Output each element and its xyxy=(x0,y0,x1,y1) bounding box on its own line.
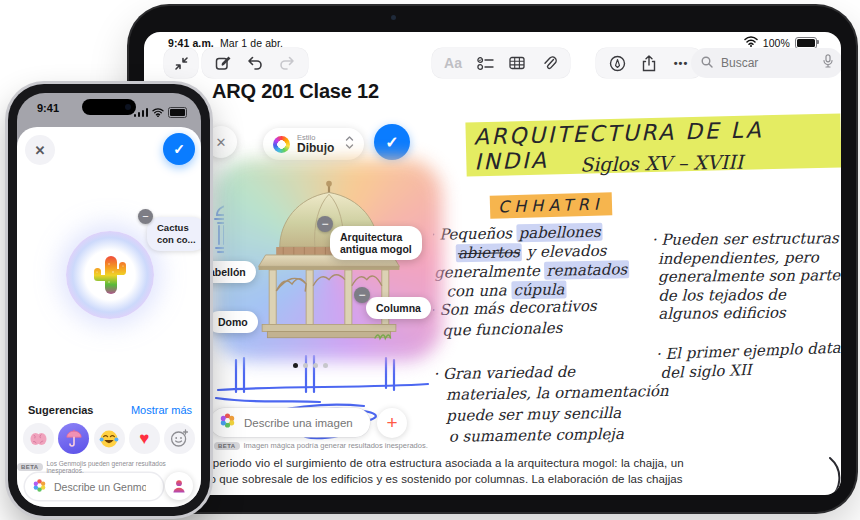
hand-text: · Pequeños xyxy=(429,224,516,244)
remove-tag-button[interactable]: − xyxy=(354,287,370,303)
person-icon xyxy=(172,479,186,493)
highlighted-word: rematados xyxy=(544,260,629,279)
ipad-beta-disclaimer: BETA Imagen mágica podría generar result… xyxy=(214,441,428,450)
beta-text: Los Genmojis pueden generar resultados i… xyxy=(47,460,202,474)
image-prompt-field[interactable] xyxy=(210,408,370,437)
pager-dot[interactable] xyxy=(313,363,318,368)
genmoji-tag[interactable]: Cactus con co... xyxy=(147,217,201,251)
close-icon: ✕ xyxy=(35,143,46,158)
plus-icon: + xyxy=(386,412,397,434)
close-sheet-button[interactable]: ✕ xyxy=(25,135,55,165)
genmoji-prompt-field[interactable] xyxy=(25,473,163,500)
shrink-arrows-icon[interactable] xyxy=(172,54,190,72)
mic-icon[interactable] xyxy=(823,54,833,72)
minus-icon: − xyxy=(321,218,328,230)
paragraph-line: do que sobresale de los edificios y es s… xyxy=(203,472,841,488)
tag-text: Domo xyxy=(218,316,248,328)
chevron-up-down-icon xyxy=(345,135,354,153)
brain-emoji[interactable] xyxy=(23,423,54,454)
tag-text: antigua mogol xyxy=(340,243,412,255)
struck-word: abiertos xyxy=(456,243,522,262)
beta-badge: BETA xyxy=(17,463,43,471)
minus-icon: − xyxy=(142,211,148,222)
search-input[interactable] xyxy=(719,55,809,71)
notes-right-col-2: · El primer ejemplo data del siglo XII xyxy=(655,339,841,382)
genmoji-bubble xyxy=(66,231,154,319)
paperclip-icon[interactable] xyxy=(540,54,558,72)
tag-text: con co... xyxy=(157,234,196,245)
hand-text: de los tejados de xyxy=(658,285,840,305)
checklist-icon[interactable] xyxy=(476,54,494,72)
accept-genmoji-button[interactable]: ✓ xyxy=(163,133,195,165)
highlighted-word: pabellones xyxy=(516,223,602,242)
add-image-button[interactable]: + xyxy=(377,408,407,438)
redo-icon[interactable] xyxy=(278,54,296,72)
image-prompt-input[interactable] xyxy=(242,416,358,430)
hand-text: independientes, pero xyxy=(658,248,840,268)
notes-right-col-1: · Pueden ser estructuras independientes,… xyxy=(652,229,841,323)
style-value: Dibujo xyxy=(297,142,334,154)
check-icon: ✓ xyxy=(173,141,185,157)
search-field[interactable] xyxy=(691,48,841,78)
close-icon: ✕ xyxy=(216,135,227,150)
remove-tag-button[interactable]: − xyxy=(317,216,333,232)
battery-percent: 100% xyxy=(763,37,790,49)
ipad-camera xyxy=(391,15,396,20)
marketing-scene: 9:41 a.m. Mar 1 de abr. 100% Aa xyxy=(0,0,860,520)
style-wheel-icon xyxy=(273,136,290,153)
accept-generation-button[interactable]: ✓ xyxy=(374,124,410,160)
style-label: Estilo xyxy=(297,134,334,142)
cellular-icon xyxy=(134,108,149,117)
search-icon xyxy=(701,54,713,72)
battery-icon xyxy=(795,37,817,49)
pager-dot[interactable] xyxy=(323,363,328,368)
notes-left-col-2: · Son más decorativos que funcionales xyxy=(429,296,597,342)
genmoji-sheet: ✕ ✓ xyxy=(17,127,201,507)
share-icon[interactable] xyxy=(640,54,658,72)
add-genmoji-icon[interactable] xyxy=(164,423,195,454)
laughing-emoji[interactable] xyxy=(94,423,125,454)
ipad-screen: 9:41 a.m. Mar 1 de abr. 100% Aa xyxy=(144,32,841,495)
more-menu-button[interactable]: ••• xyxy=(672,54,690,72)
wifi-icon xyxy=(152,103,164,121)
iphone-status-icons xyxy=(134,103,188,121)
text-style-button[interactable]: Aa xyxy=(444,54,462,72)
table-icon[interactable] xyxy=(508,54,526,72)
paragraph-line: e periodo vio el surgimiento de otra est… xyxy=(203,456,841,472)
heart-emoji[interactable]: ♥ xyxy=(129,423,160,454)
handwritten-section: CHHATRI xyxy=(490,194,612,217)
umbrella-genmoji[interactable] xyxy=(58,423,89,454)
beta-badge: BETA xyxy=(214,442,240,450)
compose-icon[interactable] xyxy=(214,54,232,72)
handwritten-subtitle: Siglos XV – XVIII xyxy=(580,151,744,176)
undo-icon[interactable] xyxy=(246,54,264,72)
toolbar-tools-group: ••• xyxy=(596,48,702,78)
image-pager[interactable] xyxy=(293,363,328,368)
hand-text: generalmente son parte xyxy=(658,266,840,286)
chhatri-illustration xyxy=(241,178,417,346)
iphone-beta-disclaimer: BETA Los Genmojis pueden generar resulta… xyxy=(17,460,201,474)
toolbar-format-group: Aa xyxy=(432,48,570,78)
hand-text: · Son más decorativos xyxy=(429,296,596,321)
pager-dot-active[interactable] xyxy=(293,363,298,368)
iphone-time: 9:41 xyxy=(37,102,59,114)
genmoji-wand-icon xyxy=(33,478,46,496)
hand-text: · Pueden ser estructuras xyxy=(652,229,840,249)
suggestions-title: Sugerencias xyxy=(28,404,93,416)
genmoji-prompt-input[interactable] xyxy=(52,480,148,494)
tag-domo[interactable]: Domo xyxy=(208,311,258,333)
tag-arquitectura[interactable]: Arquitectura antigua mogol xyxy=(330,226,422,260)
person-genmoji-button[interactable] xyxy=(165,472,193,500)
tag-columna[interactable]: Columna xyxy=(366,297,431,319)
pager-dot[interactable] xyxy=(303,363,308,368)
show-more-link[interactable]: Mostrar más xyxy=(131,404,192,416)
hand-text: generalmente xyxy=(434,262,545,282)
markup-pen-icon[interactable] xyxy=(608,54,626,72)
cactus-genmoji xyxy=(89,252,131,298)
typed-paragraph: e periodo vio el surgimiento de otra est… xyxy=(203,456,841,487)
heart-glyph: ♥ xyxy=(139,430,149,447)
note-title: ARQ 201 Clase 12 xyxy=(212,80,379,103)
remove-genmoji-tag-button[interactable]: − xyxy=(138,209,153,224)
style-picker[interactable]: Estilo Dibujo xyxy=(263,128,364,160)
iphone-device: 9:41 ✕ ✓ xyxy=(8,84,210,516)
